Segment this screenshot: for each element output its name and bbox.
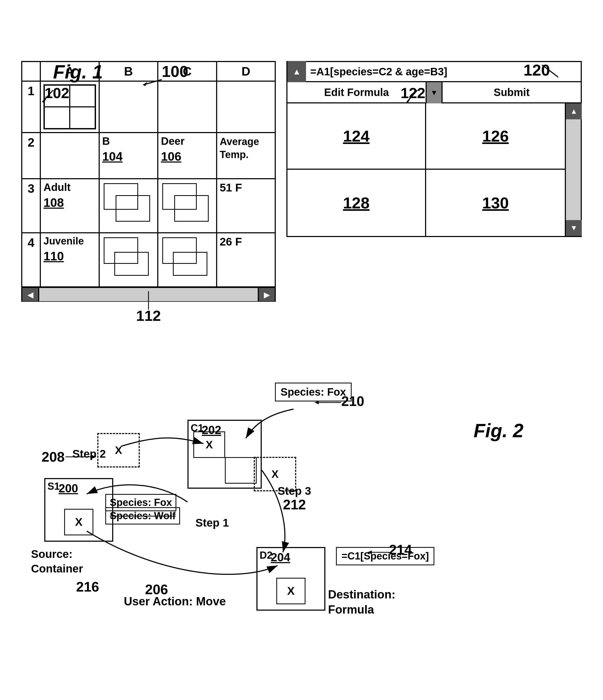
cell-A3[interactable]: Adult 108 [41,179,100,232]
nested-c4-2 [173,252,207,276]
svg-marker-11 [92,455,96,459]
d2-inner-box[interactable]: X [276,578,305,604]
step3-text: Step 3 [278,485,311,497]
species-wolf-text: Species: Wolf [110,510,176,521]
grid-item-br [70,107,95,129]
scrollbar-v: ▲ ▼ [565,103,581,236]
label-202: 202 [202,423,221,437]
cell-B4[interactable] [100,233,158,286]
cell-D3-text: 51 F [217,179,275,196]
c1-box[interactable]: C1 X 202 [187,420,262,489]
cell-B2-text: B [100,133,157,147]
col-header-A: A [41,62,100,81]
d2-x: X [287,585,295,597]
cell-C2[interactable]: Deer 106 [158,133,217,178]
cell-A4[interactable]: Juvenile 110 [41,233,100,286]
scroll-down-arrow[interactable]: ▼ [566,220,582,236]
cell-D2[interactable]: AverageTemp. [217,133,275,178]
row-num-2: 2 [22,133,41,178]
label-208: 208 [42,449,65,465]
s1-x: X [75,516,82,528]
cell-C3[interactable] [158,179,217,232]
cell-B3[interactable] [100,179,158,232]
cell-B2[interactable]: B 104 [100,133,158,178]
step3-label: Step 3 [278,485,311,497]
edit-formula-btn[interactable]: Edit Formula [287,82,427,102]
formula-text: =A1[species=C2 & age=B3] [306,66,581,78]
c1-inner-bottom [225,457,257,484]
user-action-label: User Action: Move [124,595,226,608]
d2-box[interactable]: D2 204 X [256,547,325,611]
scroll-right-arrow[interactable]: ▶ [259,288,275,301]
grid-item-tr [70,85,95,107]
species-wolf-strike-box: Species: Wolf [105,507,180,524]
cell-A2[interactable] [41,133,100,178]
formula-bar: ▲ =A1[species=C2 & age=B3] [286,61,582,82]
header-empty [22,62,41,81]
cell-A3-text: Adult [41,179,99,193]
cell-C1[interactable] [158,82,217,132]
label-210: 210 [341,393,365,409]
cell-C4[interactable] [158,233,217,286]
row-4: 4 Juvenile 110 [22,233,275,288]
row-num-1: 1 [22,82,41,132]
s1-label: S1 [48,481,60,492]
cell-D2-text: AverageTemp. [217,133,275,164]
cell-A3-link[interactable]: 108 [41,193,99,212]
formula-buttons: Edit Formula ▼ Submit [286,82,582,103]
submit-btn[interactable]: Submit [443,82,581,102]
label-112-area: 112 [21,307,276,324]
fig2-diagram: S1 200 X X C1 X 202 X [23,367,580,627]
cell-A1[interactable] [41,82,100,132]
cell-D4[interactable]: 26 F [217,233,275,286]
dashed-x-step2: X [115,444,122,456]
fig2-section: Fig. 2 [21,367,582,627]
species-fox-label: Species: Fox [110,497,172,508]
source-container-label: Source:Container [31,547,83,576]
rpg-label-124: 124 [343,127,369,145]
cell-B1[interactable] [100,82,158,132]
step1-text: Step 1 [196,517,229,529]
spreadsheet-header: A B C D [22,62,275,82]
row-num-4: 4 [22,233,41,286]
formula-triangle-up[interactable]: ▲ [287,61,306,82]
formula-area: ▲ =A1[species=C2 & age=B3] Edit Formula … [286,61,582,103]
cell-A4-text: Juvenile [41,233,99,247]
cell-D1[interactable] [217,82,275,132]
arrow-208 [64,450,101,464]
rpg-label-128: 128 [343,194,369,212]
scroll-left-arrow[interactable]: ◀ [22,288,38,301]
grid-item-tl [44,85,70,107]
scroll-track-v[interactable] [566,119,581,220]
right-panel: ▲ =A1[species=C2 & age=B3] Edit Formula … [286,61,582,237]
fig1-content: A B C D 1 [21,61,582,324]
cell-A4-link[interactable]: 110 [41,247,99,266]
nested-c3-2 [174,195,209,222]
rpg-cell-126[interactable]: 126 [426,103,565,170]
destination-formula-label: Destination:Formula [328,587,395,617]
rpg-cell-128[interactable]: 128 [287,170,426,236]
col-header-D: D [217,62,275,81]
s1-box[interactable]: S1 200 X [44,478,113,542]
rpg-main: 124 126 128 130 [287,103,565,236]
s1-inner-box[interactable]: X [64,509,93,535]
row-2: 2 B 104 Deer 106 [22,133,275,179]
user-action-text: User Action: Move [124,595,226,608]
arrow-214 [365,547,392,558]
cell-C2-link[interactable]: 106 [158,147,216,166]
arrow-210 [312,397,344,408]
row-1: 1 [22,82,275,133]
cell-D3[interactable]: 51 F [217,179,275,232]
dropdown-arrow[interactable]: ▼ [427,82,443,103]
label-200: 200 [58,482,78,495]
arrow-112 [122,291,175,312]
scroll-up-arrow[interactable]: ▲ [566,103,582,119]
col-header-B: B [100,62,158,81]
rpg-cell-124[interactable]: 124 [287,103,426,170]
cell-B2-link[interactable]: 104 [100,147,157,166]
cell-A1-grid [44,84,96,129]
rpg-cell-130[interactable]: 130 [426,170,565,236]
label-216: 216 [76,579,99,595]
label-212: 212 [283,497,306,512]
row-num-3: 3 [22,179,41,232]
